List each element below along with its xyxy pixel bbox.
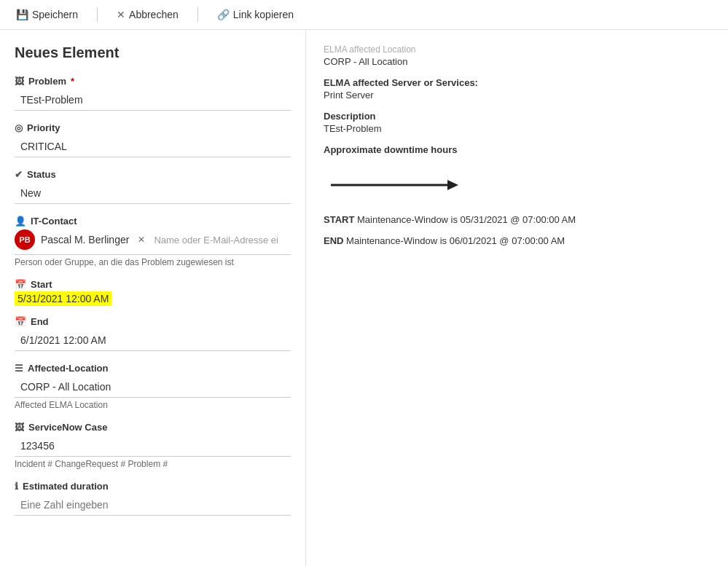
description-block: Description TEst-Problem (324, 111, 711, 134)
description-label: Description (324, 111, 711, 122)
priority-field-group: ◎ Priority (15, 122, 291, 157)
location-icon: ☰ (15, 363, 23, 374)
end-label: 📅 End (15, 316, 291, 327)
duration-icon: ℹ (15, 481, 18, 492)
person-remove-button[interactable]: ✕ (135, 233, 148, 246)
end-maintenance-block: END Maintenance-Window is 06/01/2021 @ 0… (324, 235, 711, 246)
servicenow-input[interactable] (15, 436, 291, 457)
calendar-start-icon: 📅 (15, 279, 26, 290)
start-maintenance-block: START Maintenance-Window is 05/31/2021 @… (324, 214, 711, 225)
save-label: Speichern (32, 9, 78, 20)
end-field-group: 📅 End (15, 316, 291, 351)
save-icon: 💾 (16, 9, 28, 20)
arrow-icon (324, 167, 469, 203)
it-contact-label: 👤 IT-Contact (15, 216, 291, 227)
affected-location-input[interactable] (15, 377, 291, 398)
end-maintenance-value: END Maintenance-Window is 06/01/2021 @ 0… (324, 235, 711, 246)
estimated-duration-input[interactable] (15, 495, 291, 516)
affected-location-label: ☰ Affected-Location (15, 363, 291, 374)
start-maintenance-text: Maintenance-Window is 05/31/2021 @ 07:00… (357, 214, 576, 225)
link-icon: 🔗 (217, 9, 230, 20)
description-value: TEst-Problem (324, 123, 711, 134)
elma-server-value: Print Server (324, 90, 711, 101)
end-maintenance-text: Maintenance-Window is 06/01/2021 @ 07:00… (346, 235, 565, 246)
downtime-label: Approximate downtime hours (324, 144, 711, 155)
elma-server-block: ELMA affected Server or Services: Print … (324, 77, 711, 101)
status-icon: ✔ (15, 169, 23, 180)
abort-icon: ✕ (117, 9, 125, 20)
status-input[interactable] (15, 183, 291, 204)
servicenow-field-group: 🖼 ServiceNow Case Incident # ChangeReque… (15, 422, 291, 469)
faded-location-block: ELMA affected Location CORP - All Locati… (324, 44, 711, 67)
servicenow-icon: 🖼 (15, 422, 24, 433)
status-label: ✔ Status (15, 169, 291, 180)
start-maintenance-label: START (324, 214, 354, 225)
elma-server-label: ELMA affected Server or Services: (324, 77, 711, 88)
problem-field-group: 🖼 Problem * (15, 76, 291, 111)
start-field-group: 📅 Start 5/31/2021 12:00 AM (15, 279, 291, 304)
status-field-group: ✔ Status (15, 169, 291, 204)
problem-icon: 🖼 (15, 76, 24, 87)
person-name: Pascal M. Berlinger (41, 234, 129, 245)
faded-location-label: ELMA affected Location (324, 44, 711, 55)
toolbar-divider2 (197, 7, 198, 22)
save-button[interactable]: 💾 Speichern (12, 6, 82, 23)
right-panel: ELMA affected Location CORP - All Locati… (306, 30, 728, 566)
main-container: Neues Element 🖼 Problem * ◎ Priority ✔ S… (0, 30, 728, 566)
toolbar: 💾 Speichern ✕ Abbrechen 🔗 Link kopieren (0, 0, 728, 30)
toolbar-divider (97, 7, 98, 22)
page-title: Neues Element (15, 44, 291, 61)
servicenow-label: 🖼 ServiceNow Case (15, 422, 291, 433)
estimated-duration-label: ℹ Estimated duration (15, 481, 291, 492)
priority-icon: ◎ (15, 122, 23, 133)
problem-label: 🖼 Problem * (15, 76, 291, 87)
left-panel: Neues Element 🖼 Problem * ◎ Priority ✔ S… (0, 30, 306, 566)
start-label: 📅 Start (15, 279, 291, 290)
person-input-placeholder[interactable]: Name oder E-Mail-Adresse ei (154, 235, 291, 245)
end-input[interactable] (15, 330, 291, 351)
svg-marker-1 (447, 180, 458, 190)
downtime-block: Approximate downtime hours (324, 144, 711, 155)
start-maintenance-value: START Maintenance-Window is 05/31/2021 @… (324, 214, 711, 225)
copy-link-button[interactable]: 🔗 Link kopieren (213, 6, 298, 23)
priority-input[interactable] (15, 136, 291, 157)
calendar-end-icon: 📅 (15, 316, 26, 327)
location-value: CORP - All Location (324, 56, 711, 67)
abort-label: Abbrechen (129, 9, 179, 20)
person-field: PB Pascal M. Berlinger ✕ Name oder E-Mai… (15, 229, 291, 255)
start-date-highlighted: 5/31/2021 12:00 AM (15, 291, 111, 306)
avatar: PB (15, 229, 35, 250)
problem-input[interactable] (15, 90, 291, 111)
arrow-section (324, 167, 711, 205)
affected-location-hint: Affected ELMA Location (15, 400, 291, 410)
person-hint: Person oder Gruppe, an die das Problem z… (15, 257, 291, 267)
start-value[interactable]: 5/31/2021 12:00 AM (15, 293, 291, 304)
estimated-duration-field-group: ℹ Estimated duration (15, 481, 291, 516)
it-contact-field-group: 👤 IT-Contact PB Pascal M. Berlinger ✕ Na… (15, 216, 291, 267)
affected-location-field-group: ☰ Affected-Location Affected ELMA Locati… (15, 363, 291, 410)
copy-link-label: Link kopieren (233, 9, 294, 20)
priority-label: ◎ Priority (15, 122, 291, 133)
abort-button[interactable]: ✕ Abbrechen (112, 6, 183, 23)
person-icon: 👤 (15, 216, 26, 227)
end-maintenance-label: END (324, 235, 343, 246)
servicenow-hint: Incident # ChangeRequest # Problem # (15, 459, 291, 469)
